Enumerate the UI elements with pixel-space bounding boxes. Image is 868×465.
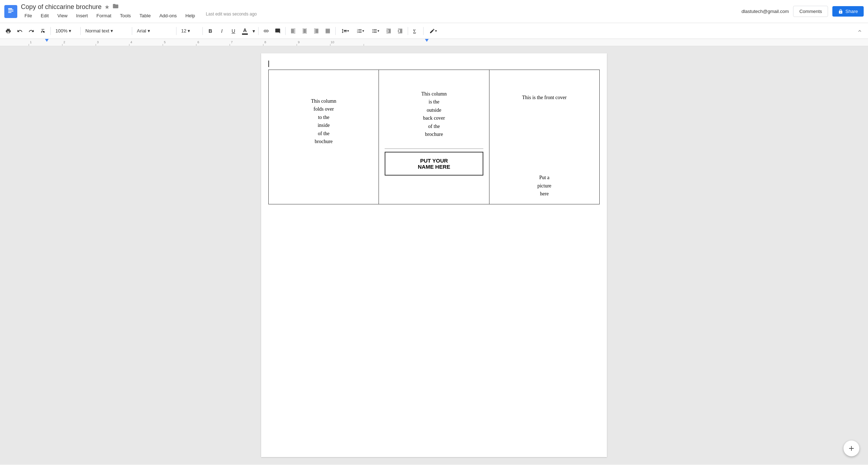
folder-icon[interactable] [112, 3, 119, 11]
svg-text:6: 6 [197, 40, 199, 44]
font-size-select[interactable]: 12 ▾ [179, 27, 200, 35]
fab-button[interactable] [844, 440, 859, 456]
align-center-button[interactable] [299, 26, 310, 36]
italic-button[interactable]: I [216, 26, 227, 36]
menu-addons[interactable]: Add-ons [156, 12, 180, 20]
col2-name-box[interactable]: PUT YOUR NAME HERE [385, 152, 483, 176]
font-select[interactable]: Arial ▾ [134, 27, 174, 35]
line-spacing-button[interactable]: ▾ [338, 26, 352, 36]
col3-picture: Put a picture here [495, 102, 594, 198]
divider-3 [132, 27, 132, 35]
divider-2 [80, 27, 81, 35]
decrease-indent-button[interactable] [383, 26, 394, 36]
svg-rect-2 [8, 11, 14, 12]
divider-9 [408, 27, 408, 35]
size-value: 12 [181, 28, 186, 34]
text-color-button[interactable]: A [240, 26, 250, 36]
brochure-col1[interactable]: This column folds over to the inside of … [269, 70, 379, 204]
divider-5 [202, 27, 203, 35]
align-left-button[interactable] [288, 26, 299, 36]
increase-indent-button[interactable] [395, 26, 406, 36]
col1-content: This column folds over to the inside of … [274, 76, 373, 146]
canvas-area: This column folds over to the inside of … [0, 46, 868, 464]
color-underline [242, 34, 248, 35]
drawing-button[interactable]: ▾ [426, 26, 440, 36]
menu-view[interactable]: View [54, 12, 71, 20]
align-right-button[interactable] [311, 26, 322, 36]
zoom-select[interactable]: 100% ▾ [53, 27, 78, 35]
brochure-col3[interactable]: This is the front cover Put a picture he… [489, 70, 599, 204]
brochure-col2[interactable]: This column is the outside back cover of… [379, 70, 489, 204]
zoom-value: 100% [55, 28, 67, 34]
share-button[interactable]: Share [832, 6, 864, 17]
menu-format[interactable]: Format [93, 12, 115, 20]
svg-text:9: 9 [298, 40, 300, 44]
document-page[interactable]: This column folds over to the inside of … [261, 53, 607, 457]
menu-bar: File Edit View Insert Format Tools Table… [21, 12, 742, 20]
text-cursor [268, 61, 269, 67]
top-right: dlastutech@gmail.com Comments Share [742, 6, 864, 17]
user-email[interactable]: dlastutech@gmail.com [742, 9, 789, 14]
svg-rect-1 [8, 9, 14, 10]
collapse-toolbar-button[interactable] [854, 26, 865, 36]
justify-button[interactable] [322, 26, 333, 36]
menu-insert[interactable]: Insert [72, 12, 91, 20]
paint-format-button[interactable] [37, 26, 48, 36]
svg-text:7: 7 [231, 40, 233, 44]
menu-tools[interactable]: Tools [116, 12, 134, 20]
app-icon [4, 5, 17, 18]
zoom-arrow: ▾ [69, 28, 71, 34]
print-button[interactable] [3, 26, 14, 36]
cursor-area [268, 61, 600, 67]
svg-text:1: 1 [30, 40, 32, 44]
col3-picture-text: Put a picture here [495, 174, 594, 198]
formula-button[interactable]: ∑ [410, 26, 421, 36]
font-value: Arial [137, 28, 146, 34]
divider-8 [335, 27, 336, 35]
col1-text: This column folds over to the inside of … [274, 97, 373, 146]
svg-rect-0 [8, 8, 12, 9]
menu-edit[interactable]: Edit [37, 12, 52, 20]
star-icon[interactable]: ★ [104, 4, 109, 10]
doc-title[interactable]: Copy of chiccarine brochure [21, 3, 102, 11]
svg-text:5: 5 [164, 40, 166, 44]
style-value: Normal text [85, 28, 109, 34]
menu-help[interactable]: Help [182, 12, 199, 20]
underline-button[interactable]: U [228, 26, 239, 36]
brochure-row: This column folds over to the inside of … [269, 70, 600, 204]
divider-7 [285, 27, 286, 35]
divider-6 [258, 27, 259, 35]
text-color-label: A [243, 27, 247, 33]
menu-file[interactable]: File [21, 12, 36, 20]
svg-rect-3 [8, 12, 12, 13]
style-select[interactable]: Normal text ▾ [83, 27, 130, 35]
menu-table[interactable]: Table [136, 12, 154, 20]
svg-text:4: 4 [130, 40, 132, 44]
col2-text: This column is the outside back cover of… [385, 76, 483, 146]
redo-button[interactable] [26, 26, 37, 36]
font-arrow: ▾ [148, 28, 150, 34]
style-arrow: ▾ [111, 28, 113, 34]
toolbar: 100% ▾ Normal text ▾ Arial ▾ 12 ▾ B I U … [0, 23, 868, 39]
top-bar: Copy of chiccarine brochure ★ File Edit … [0, 0, 868, 23]
svg-text:2: 2 [63, 40, 65, 44]
doc-title-row: Copy of chiccarine brochure ★ [21, 3, 742, 11]
brochure-table: This column folds over to the inside of … [268, 70, 600, 204]
divider-4 [176, 27, 176, 35]
bulleted-list-button[interactable]: ▾ [368, 26, 382, 36]
ruler: 1 2 3 4 5 6 7 8 9 10 [0, 39, 868, 46]
bold-button[interactable]: B [205, 26, 216, 36]
text-color-arrow[interactable]: ▾ [251, 26, 256, 36]
divider-10 [423, 27, 424, 35]
col2-divider [385, 149, 483, 149]
comments-button[interactable]: Comments [793, 6, 828, 17]
link-button[interactable] [261, 26, 272, 36]
col3-title: This is the front cover [495, 76, 594, 102]
undo-button[interactable] [14, 26, 25, 36]
numbered-list-button[interactable]: ▾ [353, 26, 367, 36]
col3-title-text: This is the front cover [495, 94, 594, 102]
size-arrow: ▾ [188, 28, 190, 34]
comment-button[interactable] [272, 26, 283, 36]
svg-text:3: 3 [97, 40, 99, 44]
svg-text:8: 8 [264, 40, 266, 44]
